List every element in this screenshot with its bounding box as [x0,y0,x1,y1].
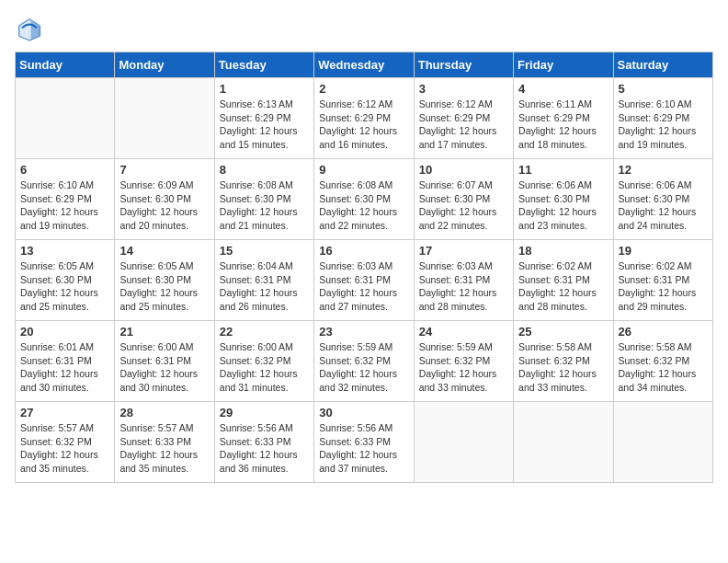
day-detail: Sunrise: 6:00 AM Sunset: 6:31 PM Dayligh… [119,340,209,395]
day-detail: Sunrise: 6:09 AM Sunset: 6:30 PM Dayligh… [119,178,209,233]
week-row-4: 20Sunrise: 6:01 AM Sunset: 6:31 PM Dayli… [16,321,713,402]
day-detail: Sunrise: 6:06 AM Sunset: 6:30 PM Dayligh… [518,178,608,233]
day-detail: Sunrise: 6:12 AM Sunset: 6:29 PM Dayligh… [419,98,508,152]
day-number: 29 [220,406,309,419]
day-number: 3 [419,82,508,96]
day-detail: Sunrise: 5:57 AM Sunset: 6:32 PM Dayligh… [20,421,109,476]
day-number: 14 [119,244,209,258]
day-detail: Sunrise: 5:56 AM Sunset: 6:33 PM Dayligh… [319,421,408,476]
calendar-cell [514,402,613,483]
calendar-cell: 24Sunrise: 5:59 AM Sunset: 6:32 PM Dayli… [414,321,513,402]
day-detail: Sunrise: 6:01 AM Sunset: 6:31 PM Dayligh… [20,340,109,395]
calendar: SundayMondayTuesdayWednesdayThursdayFrid… [15,52,713,483]
day-number: 13 [20,244,109,258]
calendar-cell: 28Sunrise: 5:57 AM Sunset: 6:33 PM Dayli… [115,402,214,483]
week-row-3: 13Sunrise: 6:05 AM Sunset: 6:30 PM Dayli… [16,240,713,321]
day-number: 19 [619,244,708,258]
day-number: 21 [119,325,209,339]
calendar-cell: 16Sunrise: 6:03 AM Sunset: 6:31 PM Dayli… [314,240,414,321]
day-number: 26 [619,325,708,339]
calendar-cell: 1Sunrise: 6:13 AM Sunset: 6:29 PM Daylig… [214,78,313,159]
logo-icon [15,15,44,44]
calendar-cell: 9Sunrise: 6:08 AM Sunset: 6:30 PM Daylig… [314,159,414,240]
day-detail: Sunrise: 6:02 AM Sunset: 6:31 PM Dayligh… [518,259,608,314]
day-number: 5 [619,82,708,96]
day-detail: Sunrise: 5:57 AM Sunset: 6:33 PM Dayligh… [119,421,209,476]
day-detail: Sunrise: 6:08 AM Sunset: 6:30 PM Dayligh… [220,178,309,233]
calendar-cell: 19Sunrise: 6:02 AM Sunset: 6:31 PM Dayli… [613,240,712,321]
day-detail: Sunrise: 6:13 AM Sunset: 6:29 PM Dayligh… [220,98,309,152]
calendar-cell: 23Sunrise: 5:59 AM Sunset: 6:32 PM Dayli… [314,321,414,402]
day-detail: Sunrise: 6:11 AM Sunset: 6:29 PM Dayligh… [518,98,608,152]
day-header-saturday: Saturday [613,52,712,78]
calendar-cell: 25Sunrise: 5:58 AM Sunset: 6:32 PM Dayli… [514,321,613,402]
day-number: 10 [419,163,508,177]
day-header-wednesday: Wednesday [314,52,414,78]
calendar-cell [16,78,115,159]
calendar-cell [613,402,712,483]
week-row-5: 27Sunrise: 5:57 AM Sunset: 6:32 PM Dayli… [16,402,713,483]
day-header-sunday: Sunday [16,52,115,78]
day-number: 25 [518,325,608,339]
day-number: 27 [20,406,109,419]
calendar-cell: 8Sunrise: 6:08 AM Sunset: 6:30 PM Daylig… [214,159,313,240]
day-number: 18 [518,244,608,258]
day-detail: Sunrise: 6:08 AM Sunset: 6:30 PM Dayligh… [319,178,408,233]
week-row-2: 6Sunrise: 6:10 AM Sunset: 6:29 PM Daylig… [16,159,713,240]
header [15,15,713,44]
calendar-cell: 5Sunrise: 6:10 AM Sunset: 6:29 PM Daylig… [613,78,712,159]
day-detail: Sunrise: 6:03 AM Sunset: 6:31 PM Dayligh… [419,259,508,314]
calendar-cell: 13Sunrise: 6:05 AM Sunset: 6:30 PM Dayli… [16,240,115,321]
day-detail: Sunrise: 5:58 AM Sunset: 6:32 PM Dayligh… [619,340,708,395]
day-detail: Sunrise: 6:07 AM Sunset: 6:30 PM Dayligh… [419,178,508,233]
day-number: 12 [619,163,708,177]
calendar-cell: 21Sunrise: 6:00 AM Sunset: 6:31 PM Dayli… [115,321,214,402]
day-number: 2 [319,82,408,96]
calendar-cell: 27Sunrise: 5:57 AM Sunset: 6:32 PM Dayli… [16,402,115,483]
day-detail: Sunrise: 6:10 AM Sunset: 6:29 PM Dayligh… [619,98,708,152]
calendar-cell: 30Sunrise: 5:56 AM Sunset: 6:33 PM Dayli… [314,402,414,483]
day-detail: Sunrise: 5:59 AM Sunset: 6:32 PM Dayligh… [319,340,408,395]
day-number: 16 [319,244,408,258]
day-header-thursday: Thursday [414,52,513,78]
day-number: 7 [119,163,209,177]
day-detail: Sunrise: 6:00 AM Sunset: 6:32 PM Dayligh… [220,340,309,395]
calendar-cell: 11Sunrise: 6:06 AM Sunset: 6:30 PM Dayli… [514,159,613,240]
logo [15,15,48,44]
day-number: 22 [220,325,309,339]
calendar-cell: 7Sunrise: 6:09 AM Sunset: 6:30 PM Daylig… [115,159,214,240]
calendar-cell: 29Sunrise: 5:56 AM Sunset: 6:33 PM Dayli… [214,402,313,483]
calendar-cell [414,402,513,483]
day-detail: Sunrise: 6:05 AM Sunset: 6:30 PM Dayligh… [119,259,209,314]
calendar-header-row: SundayMondayTuesdayWednesdayThursdayFrid… [16,52,713,78]
calendar-cell: 20Sunrise: 6:01 AM Sunset: 6:31 PM Dayli… [16,321,115,402]
day-detail: Sunrise: 5:59 AM Sunset: 6:32 PM Dayligh… [419,340,508,395]
day-detail: Sunrise: 6:02 AM Sunset: 6:31 PM Dayligh… [619,259,708,314]
day-detail: Sunrise: 6:04 AM Sunset: 6:31 PM Dayligh… [220,259,309,314]
calendar-cell: 10Sunrise: 6:07 AM Sunset: 6:30 PM Dayli… [414,159,513,240]
calendar-cell: 17Sunrise: 6:03 AM Sunset: 6:31 PM Dayli… [414,240,513,321]
calendar-cell [115,78,214,159]
day-number: 11 [518,163,608,177]
calendar-cell: 3Sunrise: 6:12 AM Sunset: 6:29 PM Daylig… [414,78,513,159]
day-number: 1 [220,82,309,96]
calendar-cell: 12Sunrise: 6:06 AM Sunset: 6:30 PM Dayli… [613,159,712,240]
calendar-cell: 22Sunrise: 6:00 AM Sunset: 6:32 PM Dayli… [214,321,313,402]
day-number: 8 [220,163,309,177]
calendar-cell: 18Sunrise: 6:02 AM Sunset: 6:31 PM Dayli… [514,240,613,321]
day-header-monday: Monday [115,52,214,78]
day-number: 24 [419,325,508,339]
calendar-cell: 4Sunrise: 6:11 AM Sunset: 6:29 PM Daylig… [514,78,613,159]
calendar-cell: 15Sunrise: 6:04 AM Sunset: 6:31 PM Dayli… [214,240,313,321]
day-header-tuesday: Tuesday [214,52,313,78]
day-detail: Sunrise: 5:56 AM Sunset: 6:33 PM Dayligh… [220,421,309,476]
day-number: 17 [419,244,508,258]
day-number: 20 [20,325,109,339]
day-number: 4 [518,82,608,96]
day-detail: Sunrise: 6:03 AM Sunset: 6:31 PM Dayligh… [319,259,408,314]
calendar-cell: 6Sunrise: 6:10 AM Sunset: 6:29 PM Daylig… [16,159,115,240]
day-number: 9 [319,163,408,177]
calendar-cell: 26Sunrise: 5:58 AM Sunset: 6:32 PM Dayli… [613,321,712,402]
week-row-1: 1Sunrise: 6:13 AM Sunset: 6:29 PM Daylig… [16,78,713,159]
day-detail: Sunrise: 5:58 AM Sunset: 6:32 PM Dayligh… [518,340,608,395]
